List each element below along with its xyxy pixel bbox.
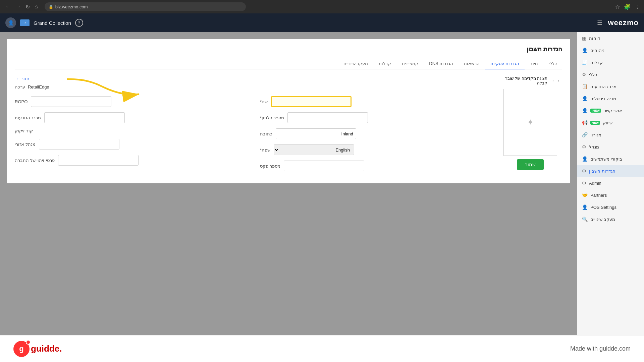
sidebar-item-user-tracking[interactable]: ביקורי משתמשים 👤 (577, 153, 644, 165)
sidebar-item-partners[interactable]: Partners 🤝 (577, 189, 644, 201)
address-form-row: מרכז הנודעות (15, 112, 247, 123)
forward-button[interactable]: → (14, 3, 22, 10)
sidebar-item-change-tracking[interactable]: מעקב שינויים 🔍 (577, 213, 644, 225)
extensions-icon[interactable]: 🧩 (624, 4, 631, 10)
app-topbar: 👤 🏳 Grand Collection ? ☰ weezmo (0, 13, 644, 32)
contact-input[interactable] (39, 139, 119, 149)
sidebar-item-contacts-new[interactable]: אנשי קשר NEW! 👤 (577, 105, 644, 117)
company-info-icon: 📋 (582, 84, 588, 89)
receipts-icon: 🧾 (582, 60, 588, 65)
admin-label: Admin (589, 181, 601, 186)
sidebar-item-integrations[interactable]: מגורון 🔗 (577, 129, 644, 141)
marketing-new-label: שיווק (603, 120, 612, 125)
new-badge-contacts: NEW! (590, 109, 601, 113)
sidebar-item-account-settings[interactable]: הגדרות חשבון ⚙ (577, 165, 644, 177)
receipts-label: קבלות (590, 60, 603, 65)
tab-campaigns[interactable]: קמפיינים (396, 58, 424, 69)
account-settings-label: הגדרות חשבון (589, 169, 615, 174)
dashboard-icon: ▦ (582, 36, 586, 41)
receipt-nav: ← → תצוגה מקדימה של שובר קבלה (498, 76, 562, 85)
back-button[interactable]: ← (4, 3, 12, 10)
receipt-nav-label: תצוגה מקדימה של שובר קבלה (498, 76, 547, 85)
user-tracking-label: ביקורי משתמשים (590, 157, 622, 162)
sidebar-item-receipts[interactable]: קבלות 🧾 (577, 56, 644, 68)
refresh-button[interactable]: ↻ (24, 3, 31, 11)
tab-packages[interactable]: קבלות (373, 58, 396, 69)
tab-dns-settings[interactable]: הגדרות DNS (424, 58, 459, 69)
receipt-prev-button[interactable]: ← (557, 78, 562, 84)
receipt-spinner-icon: ✦ (527, 118, 534, 127)
back-row[interactable]: חזור → (15, 76, 492, 81)
company-input[interactable] (58, 155, 139, 166)
admin-icon: ⚙ (582, 180, 586, 186)
phone-input[interactable] (287, 112, 368, 123)
language-label: שפה* (260, 147, 270, 153)
company-form-row: פרטי זיהוי של החברה (15, 155, 247, 166)
code-label: קוד זיקוק (15, 128, 33, 133)
account-settings-icon: ⚙ (582, 168, 586, 174)
country-form-row: כתובת (260, 128, 492, 139)
address-bar[interactable]: 🔒 biz.weezmo.com (45, 2, 246, 11)
menu-icon[interactable]: ⋮ (635, 4, 640, 10)
content-area: הגדרות חשבון כללי חיוב הגדרות עסקיות הרש… (0, 32, 577, 335)
bottom-bar: g guidde. Made with guidde.com (0, 335, 644, 362)
form-right-col: שם* מספר טלפון* כתובת (260, 96, 492, 177)
weezmo-logo: weezmo (608, 18, 639, 27)
ropo-input[interactable] (31, 96, 111, 107)
receipt-next-button[interactable]: → (549, 78, 555, 84)
save-button[interactable]: שמור (517, 159, 544, 170)
digital-marketing-label: מדיה דיגיטלית (590, 96, 616, 101)
country-input[interactable] (276, 128, 356, 139)
tab-billing[interactable]: חיוב (525, 58, 543, 69)
tab-general[interactable]: כללי (543, 58, 562, 69)
phone-label: מספר טלפון* (260, 115, 284, 120)
company-label: פרטי זיהוי של החברה (15, 158, 55, 163)
sidebar-item-manager[interactable]: מנהל ⚙ (577, 141, 644, 153)
lock-icon: 🔒 (49, 5, 53, 9)
contact-label: מנהל אזורי (15, 142, 36, 147)
home-button[interactable]: ⌂ (33, 3, 39, 10)
sidebar-item-pos-settings[interactable]: POS Settings 👤 (577, 201, 644, 213)
fax-label: מספר פקס (260, 164, 280, 169)
help-icon[interactable]: ? (75, 19, 83, 27)
browser-actions: ☆ 🧩 ⋮ (615, 4, 640, 10)
star-icon[interactable]: ☆ (615, 4, 620, 10)
sidebar-item-dashboard[interactable]: דוחות ▦ (577, 32, 644, 44)
manager-icon: ⚙ (582, 144, 586, 149)
name-input[interactable] (271, 96, 352, 107)
language-select[interactable]: English עברית (274, 144, 354, 155)
made-with-text: Made with guidde.com (570, 345, 631, 352)
guidde-notification-dot (26, 340, 31, 345)
receipt-preview: ✦ (503, 89, 557, 156)
sidebar: דוחות ▦ ניהוחים 👤 קבלות 🧾 כללי ⚙ מרכז הנ… (577, 32, 644, 335)
guidde-text: guidde. (31, 344, 62, 354)
integrations-icon: 🔗 (582, 132, 588, 137)
sidebar-item-digital-marketing[interactable]: מדיה דיגיטלית 👤 (577, 93, 644, 105)
sidebar-item-admin[interactable]: Admin ⚙ (577, 177, 644, 189)
phone-form-row: מספר טלפון* (260, 112, 492, 123)
sidebar-item-general[interactable]: כללי ⚙ (577, 68, 644, 80)
browser-nav-buttons: ← → ↻ ⌂ (4, 3, 39, 11)
tab-business-settings[interactable]: הגדרות עסקיות (485, 58, 525, 69)
hamburger-icon[interactable]: ☰ (597, 19, 602, 26)
guidde-g-icon: g (13, 341, 30, 357)
address-input[interactable] (44, 112, 125, 123)
system-name: RetailEdge (28, 84, 49, 89)
country-label: כתובת (260, 131, 272, 136)
contacts-label: ניהוחים (590, 48, 604, 53)
fax-input[interactable] (284, 161, 364, 171)
name-field-label: שם* (260, 99, 268, 104)
back-arrow-icon: → (15, 76, 19, 81)
user-avatar[interactable]: 👤 (5, 17, 16, 28)
sidebar-item-contacts[interactable]: ניהוחים 👤 (577, 44, 644, 56)
tab-change-tracking[interactable]: מעקב שינויים (338, 58, 374, 69)
tab-permissions[interactable]: הרשאות (459, 58, 485, 69)
topbar-right: ☰ weezmo (597, 18, 639, 27)
back-label: חזור (21, 76, 30, 81)
integrations-label: מגורון (590, 132, 601, 137)
new-badge-marketing: NEW (590, 121, 600, 125)
sidebar-item-marketing-new[interactable]: שיווק NEW 📢 (577, 117, 644, 129)
user-tracking-icon: 👤 (582, 156, 588, 162)
sidebar-item-company-info[interactable]: מרכז הנודעות 📋 (577, 80, 644, 93)
contacts-icon: 👤 (582, 48, 588, 53)
